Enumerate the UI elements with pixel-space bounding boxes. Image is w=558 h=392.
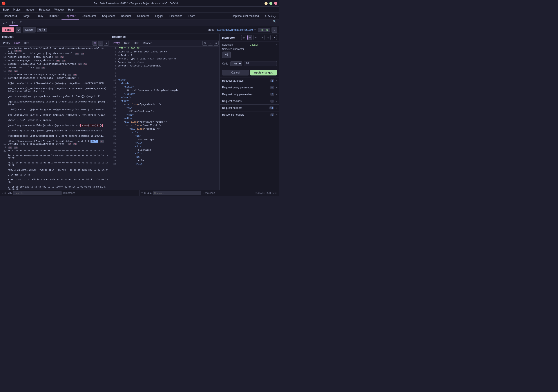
- tab-search-button[interactable]: 🔍: [271, 20, 278, 26]
- request-tab-pretty[interactable]: Pretty: [1, 40, 12, 46]
- response-help-icon[interactable]: ?: [141, 192, 143, 195]
- response-copy-button[interactable]: ⊞: [202, 41, 207, 46]
- tab-sequencer[interactable]: Sequencer: [99, 13, 118, 19]
- tab-collaborator[interactable]: Collaborator: [79, 13, 99, 19]
- settings-button[interactable]: ⚙ Settings: [263, 15, 278, 17]
- http-version-button[interactable]: HTTP/1: [258, 28, 270, 32]
- request-wrap-button[interactable]: ↵: [98, 41, 103, 46]
- next-nav-button[interactable]: ▶: [42, 28, 47, 32]
- repeater-tab-1[interactable]: 1 ✕: [1, 20, 9, 26]
- code-line: 9: [110, 75, 219, 79]
- help-icon-button[interactable]: ?: [271, 27, 277, 33]
- target-url[interactable]: http://target.yijinglab.com:51305: [216, 28, 253, 31]
- response-next-button[interactable]: ▶: [150, 192, 152, 195]
- inspector-view-2[interactable]: ☰: [247, 35, 252, 40]
- selection-chevron[interactable]: [276, 44, 277, 46]
- settings-gear-button[interactable]: ⚙: [16, 27, 21, 33]
- tab-learn[interactable]: Learn: [185, 13, 198, 19]
- menu-item-help[interactable]: Help: [66, 8, 76, 12]
- accordion-badge: 13: [269, 106, 274, 109]
- request-prev-button[interactable]: ◀: [8, 192, 9, 195]
- selection-header: Selection 1 (0x1): [222, 43, 277, 46]
- response-panel-icons: ⊞ ↵ ≡: [202, 41, 218, 46]
- inspector-cancel-button[interactable]: Cancel: [222, 70, 249, 75]
- request-tab-hex[interactable]: Hex: [22, 40, 31, 46]
- selection-value: 1 (0x1): [250, 43, 258, 46]
- code-line: 7: [110, 68, 219, 72]
- tab-decoder[interactable]: Decoder: [118, 13, 134, 19]
- tab-proxy[interactable]: Proxy: [33, 13, 46, 19]
- response-wrap-button[interactable]: ↵: [208, 41, 213, 46]
- accordion-header-request-cookies[interactable]: Request cookies 1: [220, 98, 279, 104]
- code-format-select[interactable]: Hex Dec Oct Bin: [230, 61, 242, 66]
- tab-custom[interactable]: captcha-killer-modified: [229, 15, 262, 18]
- response-tab-hex[interactable]: Hex: [131, 40, 141, 46]
- response-tab-raw[interactable]: Raw: [122, 40, 131, 46]
- accordion-header-request-body[interactable]: Request body parameters 2: [220, 91, 279, 98]
- request-more-button[interactable]: ≡: [104, 41, 109, 46]
- response-match-count: 0 matches: [203, 192, 215, 195]
- inspector-panel: Inspector ⊞ ☰ ⇅ ⤢ ⚙ ✕ Selection 1 (0x1) …: [220, 34, 279, 190]
- menu-item-burp[interactable]: Burp: [1, 8, 11, 12]
- close-button[interactable]: ✕: [274, 2, 277, 5]
- code-line: mage/webp,image/apng,*/*;q=0.8,applicati…: [0, 47, 110, 52]
- tab-extensions[interactable]: Extensions: [166, 13, 185, 19]
- response-tab-pretty[interactable]: Pretty: [111, 40, 122, 46]
- accordion-header-response-headers[interactable]: Response headers 5: [220, 111, 279, 118]
- close-tab-1[interactable]: ✕: [6, 22, 7, 24]
- menu-item-window[interactable]: Window: [52, 8, 66, 12]
- inspector-view-1[interactable]: ⊞: [241, 35, 246, 40]
- request-next-button[interactable]: ▶: [10, 192, 12, 195]
- request-copy-button[interactable]: ⊞: [93, 41, 97, 46]
- inspector-title: Inspector: [222, 36, 240, 39]
- response-tab-render[interactable]: Render: [141, 40, 154, 46]
- tab-comparer[interactable]: Comparer: [134, 13, 152, 19]
- code-line: 27 ContentType:: [110, 138, 219, 142]
- repeater-tabs: 1 ✕ 2 ✕ + 🔍: [0, 20, 279, 26]
- menu-item-repeater[interactable]: Repeater: [37, 8, 52, 12]
- code-line: 17 <div class="page-header ">: [110, 103, 219, 107]
- tab-intruder[interactable]: Intruder: [46, 13, 61, 19]
- inspector-sort[interactable]: ⇅: [253, 35, 258, 40]
- tab-dashboard[interactable]: Dashboard: [1, 13, 20, 19]
- close-tab-2[interactable]: ✕: [14, 21, 16, 24]
- menu-item-project[interactable]: Project: [11, 8, 23, 12]
- request-settings-icon[interactable]: ⚙: [4, 192, 7, 195]
- edit-target-icon[interactable]: ✏: [254, 28, 257, 31]
- response-code-area[interactable]: 1 HTTP/1.1 200 OK 2 Date: Sat, 10 Feb 20…: [110, 47, 219, 190]
- accordion-header-request-query[interactable]: Request query parameters 0: [220, 84, 279, 91]
- response-settings-icon[interactable]: ⚙: [144, 192, 146, 195]
- request-code-area[interactable]: mage/webp,image/apng,*/*;q=0.8,applicati…: [0, 47, 110, 190]
- tab-logger[interactable]: Logger: [152, 13, 166, 19]
- toolbar: Send ⚙ Cancel ◀ ▶ Target: http://target.…: [0, 26, 279, 34]
- add-tab-button[interactable]: +: [18, 20, 23, 26]
- response-search-input[interactable]: [153, 191, 201, 195]
- cancel-button[interactable]: Cancel: [23, 27, 35, 33]
- code-line: 32 <li>: [110, 156, 219, 159]
- tab-repeater[interactable]: Repeater: [61, 13, 78, 19]
- inspector-settings[interactable]: ⚙: [266, 35, 271, 40]
- tab-target[interactable]: Target: [20, 13, 33, 19]
- accordion-request-attributes: Request attributes 2: [220, 77, 279, 84]
- inspector-apply-button[interactable]: Apply changes: [250, 70, 277, 75]
- send-button[interactable]: Send: [2, 27, 14, 32]
- repeater-tab-2[interactable]: 2 ✕: [9, 20, 18, 26]
- response-more-button[interactable]: ≡: [214, 41, 218, 46]
- inspector-close[interactable]: ✕: [272, 35, 277, 40]
- response-bottom-bar: ? ⚙ ◀ ▶ 0 matches 654 bytes | 561 millis: [140, 190, 279, 196]
- request-tab-raw[interactable]: Raw: [12, 40, 22, 46]
- maximize-button[interactable]: □: [269, 2, 272, 5]
- code-line: 13 Cookie : JSESSIONID =lc4wax8pj3cdb12r…: [0, 63, 110, 66]
- code-line: 12 Accept-Language : zh-CN,zh;q=0.9 \r \…: [0, 59, 110, 63]
- accordion-header-request-headers[interactable]: Request headers 13: [220, 105, 279, 111]
- request-match-count: 0 matches: [63, 192, 75, 195]
- request-panel-tabs: Pretty Raw Hex ⊞ ↵ ≡: [0, 40, 110, 47]
- inspector-expand[interactable]: ⤢: [260, 35, 264, 40]
- response-prev-button[interactable]: ◀: [147, 192, 149, 195]
- prev-nav-button[interactable]: ◀: [37, 28, 42, 32]
- minimize-button[interactable]: —: [264, 2, 268, 5]
- accordion-header-request-attributes[interactable]: Request attributes 2: [220, 77, 279, 84]
- request-help-icon[interactable]: ?: [2, 192, 3, 195]
- request-search-input[interactable]: [13, 191, 61, 195]
- menu-item-intruder[interactable]: Intruder: [24, 8, 37, 12]
